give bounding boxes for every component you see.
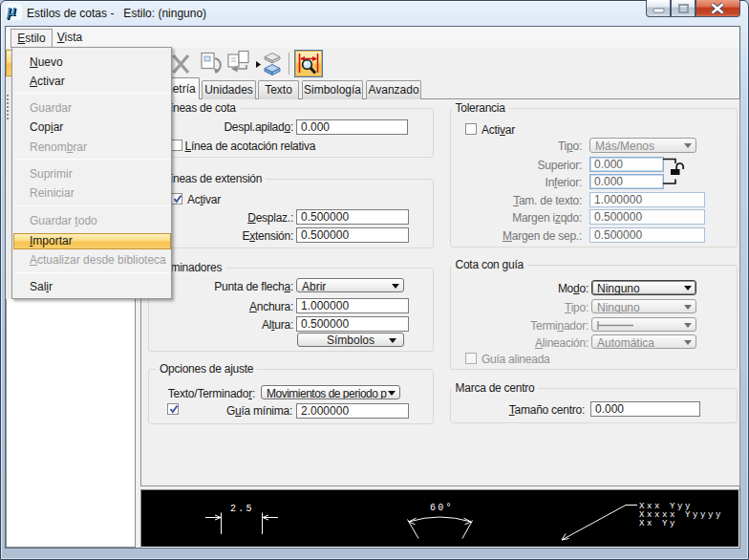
- svg-text:Xx Yy: Xx Yy: [639, 519, 677, 528]
- svg-text:60°: 60°: [430, 503, 454, 513]
- svg-text:2.5: 2.5: [230, 504, 254, 514]
